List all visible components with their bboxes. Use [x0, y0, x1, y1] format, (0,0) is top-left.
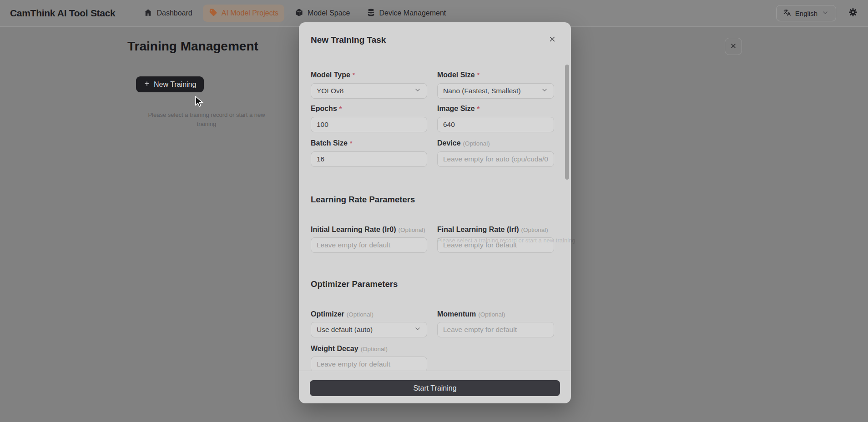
- model-size-label: Model Size*: [437, 71, 554, 79]
- optimizer-label: Optimizer(Optional): [311, 310, 427, 318]
- required-asterisk: *: [350, 139, 352, 147]
- close-icon: [730, 42, 737, 51]
- nav-item-label: AI Model Projects: [222, 9, 278, 17]
- optimizer-select[interactable]: Use default (auto): [311, 322, 427, 337]
- chevron-down-icon: [822, 9, 829, 18]
- model-type-label: Model Type*: [311, 71, 427, 79]
- optional-marker: (Optional): [521, 226, 548, 233]
- device-label: Device(Optional): [437, 139, 554, 147]
- weight-decay-input[interactable]: [311, 357, 427, 371]
- nav-item-dashboard[interactable]: Dashboard: [138, 5, 198, 22]
- optimizer-section-heading: Optimizer Parameters: [311, 279, 398, 289]
- optional-marker: (Optional): [478, 311, 505, 318]
- chevron-down-icon: [414, 86, 421, 95]
- tag-icon: [209, 8, 217, 19]
- dialog-scrollbar[interactable]: [565, 65, 569, 180]
- weight-decay-field-wrap: [311, 357, 427, 371]
- lr0-field-wrap: [311, 237, 427, 253]
- nav-item-ai-model-projects[interactable]: AI Model Projects: [203, 5, 284, 22]
- home-icon: [144, 8, 152, 19]
- required-asterisk: *: [353, 71, 355, 79]
- optional-marker: (Optional): [347, 311, 373, 318]
- package-icon: [295, 8, 303, 19]
- gear-icon: [848, 7, 858, 19]
- new-training-task-dialog: New Training Task Model Type* YOLOv8 Mod…: [299, 22, 571, 403]
- momentum-field-wrap: [437, 322, 554, 337]
- image-size-field-wrap: [437, 117, 554, 132]
- device-input[interactable]: [438, 152, 554, 166]
- dialog-title: New Training Task: [311, 35, 386, 45]
- nav-item-device-management[interactable]: Device Management: [361, 5, 452, 22]
- nav-item-label: Device Management: [379, 9, 446, 17]
- plus-icon: [144, 80, 150, 89]
- epochs-label: Epochs*: [311, 105, 427, 113]
- chevron-down-icon: [541, 86, 548, 95]
- translate-icon: [783, 9, 791, 18]
- epochs-field-wrap: [311, 117, 427, 132]
- image-size-input[interactable]: [438, 117, 554, 132]
- lr0-label: Initial Learning Rate (lr0)(Optional): [311, 226, 427, 234]
- batch-size-field-wrap: [311, 151, 427, 167]
- brand-logo: CamThink AI Tool Stack: [10, 8, 115, 19]
- mouse-cursor: [194, 96, 204, 109]
- optimizer-value: Use default (auto): [317, 326, 373, 334]
- close-icon: [548, 35, 556, 45]
- optional-marker: (Optional): [399, 226, 425, 233]
- nav-item-model-space[interactable]: Model Space: [289, 5, 356, 22]
- settings-button[interactable]: [848, 7, 858, 19]
- new-training-button[interactable]: New Training: [136, 76, 204, 92]
- dialog-body: Model Type* YOLOv8 Model Size* Nano (Fas…: [299, 49, 571, 371]
- nav-item-label: Dashboard: [156, 9, 192, 17]
- model-size-select[interactable]: Nano (Fastest, Smallest): [437, 83, 554, 99]
- chevron-down-icon: [414, 325, 421, 334]
- lr0-input[interactable]: [311, 238, 427, 252]
- model-size-value: Nano (Fastest, Smallest): [443, 87, 521, 95]
- optional-marker: (Optional): [361, 346, 388, 352]
- momentum-input[interactable]: [438, 322, 554, 337]
- new-training-label: New Training: [154, 80, 196, 89]
- model-type-value: YOLOv8: [317, 87, 343, 95]
- dialog-footer: Start Training: [299, 371, 571, 403]
- page-title: Training Management: [127, 39, 258, 54]
- device-field-wrap: [437, 151, 554, 167]
- weight-decay-label: Weight Decay(Optional): [311, 345, 427, 353]
- momentum-label: Momentum(Optional): [437, 310, 554, 318]
- nav-item-label: Model Space: [308, 9, 350, 17]
- batch-size-input[interactable]: [311, 152, 427, 166]
- epochs-input[interactable]: [311, 117, 427, 132]
- bleed-empty-state-text: Please select a training record or start…: [437, 237, 575, 244]
- required-asterisk: *: [477, 71, 479, 79]
- learning-rate-section-heading: Learning Rate Parameters: [311, 195, 415, 205]
- optional-marker: (Optional): [463, 140, 490, 147]
- language-selector[interactable]: English: [776, 5, 836, 21]
- lrf-label: Final Learning Rate (lrf)(Optional): [437, 226, 554, 234]
- database-icon: [367, 8, 375, 19]
- language-label: English: [795, 10, 818, 17]
- start-training-button[interactable]: Start Training: [310, 380, 560, 396]
- panel-close-button[interactable]: [725, 38, 742, 55]
- required-asterisk: *: [339, 105, 342, 113]
- model-type-select[interactable]: YOLOv8: [311, 83, 427, 99]
- dialog-close-button[interactable]: [547, 35, 557, 45]
- nav-menu: Dashboard AI Model Projects Model Space …: [138, 5, 452, 22]
- nav-right: English: [776, 5, 858, 21]
- required-asterisk: *: [477, 105, 479, 113]
- empty-state-text: Please select a training record or start…: [146, 111, 267, 128]
- batch-size-label: Batch Size*: [311, 139, 427, 147]
- image-size-label: Image Size*: [437, 105, 554, 113]
